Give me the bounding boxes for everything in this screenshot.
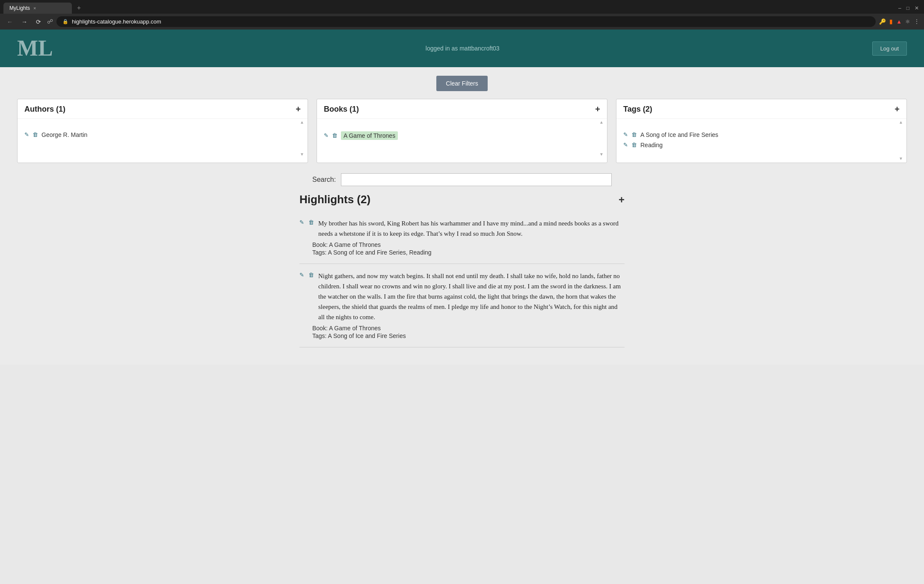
books-add-button[interactable]: + (595, 104, 600, 114)
tag-name: Reading (640, 142, 663, 148)
tags-scroll-down[interactable]: ▼ (616, 155, 906, 163)
browser-toolbar: ← → ⟳ ☍ 🔒 highlights-catalogue.herokuapp… (0, 14, 924, 30)
books-panel-title: Books (1) (324, 105, 359, 114)
menu-icon[interactable]: ⋮ (914, 18, 920, 25)
tab-title: MyLights (9, 5, 30, 11)
highlight-item: ✎ 🗑 My brother has his sword, King Rober… (299, 211, 625, 264)
highlight-item: ✎ 🗑 Night gathers, and now my watch begi… (299, 264, 625, 347)
delete-icon[interactable]: 🗑 (33, 131, 38, 138)
highlights-header: Highlights (2) + (299, 193, 625, 206)
clear-filters-button[interactable]: Clear Filters (436, 76, 487, 91)
edit-icon[interactable]: ✎ (299, 219, 304, 226)
authors-scroll-down[interactable]: ▼ (18, 151, 308, 158)
books-panel-header: Books (1) + (317, 99, 607, 119)
filter-item: ✎ 🗑 George R. Martin (24, 130, 301, 140)
url-text: highlights-catalogue.herokuapp.com (72, 18, 161, 25)
authors-panel-title: Authors (1) (24, 105, 65, 114)
bookmark-icon[interactable]: ☍ (47, 18, 53, 25)
address-bar[interactable]: 🔒 highlights-catalogue.herokuapp.com (56, 16, 876, 27)
tags-panel: Tags (2) + ▲ ✎ 🗑 A Song of Ice and Fire … (616, 99, 907, 163)
tags-scroll-up[interactable]: ▲ (616, 119, 906, 125)
edit-icon[interactable]: ✎ (324, 132, 329, 139)
tag-name: A Song of Ice and Fire Series (640, 131, 718, 138)
tab-close-button[interactable]: × (33, 6, 36, 11)
highlights-section: Highlights (2) + ✎ 🗑 My brother has his … (299, 193, 625, 347)
highlight-book: Book: A Game of Thrones (312, 325, 625, 332)
books-scroll-up[interactable]: ▲ (317, 119, 607, 125)
reload-button[interactable]: ⟳ (33, 17, 44, 27)
window-minimize[interactable]: – (898, 5, 905, 11)
book-name: A Game of Thrones (341, 131, 398, 140)
window-close[interactable]: ✕ (915, 5, 921, 11)
edit-icon[interactable]: ✎ (24, 131, 29, 138)
filter-item: ✎ 🗑 A Game of Thrones (324, 130, 600, 142)
filter-item: ✎ 🗑 A Song of Ice and Fire Series (623, 130, 900, 140)
tab-bar: MyLights × + – □ ✕ (0, 0, 924, 14)
tags-add-button[interactable]: + (894, 104, 900, 114)
author-name: George R. Martin (41, 131, 87, 138)
highlight-text: Night gathers, and now my watch begins. … (318, 271, 625, 322)
key-icon: 🔑 (879, 18, 886, 25)
search-label: Search: (312, 176, 336, 184)
edit-icon[interactable]: ✎ (299, 272, 304, 279)
delete-icon[interactable]: 🗑 (332, 132, 338, 139)
highlight-tags: Tags: A Song of Ice and Fire Series, Rea… (312, 249, 625, 256)
delete-icon[interactable]: 🗑 (308, 272, 314, 279)
delete-icon[interactable]: 🗑 (308, 219, 314, 226)
authors-add-button[interactable]: + (296, 104, 301, 114)
authors-panel-header: Authors (1) + (18, 99, 308, 119)
edit-icon[interactable]: ✎ (623, 131, 628, 138)
highlight-tags: Tags: A Song of Ice and Fire Series (312, 332, 625, 339)
books-scroll-down[interactable]: ▼ (317, 151, 607, 158)
highlight-book: Book: A Game of Thrones (312, 241, 625, 248)
books-panel-body: ✎ 🗑 A Game of Thrones (317, 125, 607, 151)
tags-panel-body: ✎ 🗑 A Song of Ice and Fire Series ✎ 🗑 Re… (616, 125, 906, 155)
app-header: ML logged in as mattbancroft03 Log out (0, 30, 924, 67)
main-content: Clear Filters Authors (1) + ▲ ✎ 🗑 George… (0, 67, 924, 365)
browser-chrome: MyLights × + – □ ✕ ← → ⟳ ☍ 🔒 highlights-… (0, 0, 924, 30)
window-maximize[interactable]: □ (906, 5, 913, 11)
new-tab-button[interactable]: + (74, 3, 84, 14)
highlight-meta: Book: A Game of Thrones Tags: A Song of … (312, 241, 625, 256)
authors-panel-body: ✎ 🗑 George R. Martin (18, 125, 308, 151)
logged-in-text: logged in as mattbancroft03 (426, 45, 500, 52)
highlight-item-actions: ✎ 🗑 Night gathers, and now my watch begi… (299, 271, 625, 322)
extensions-icon[interactable]: ⚛ (905, 18, 910, 25)
toolbar-right: 🔑 ▮ ▲ ⚛ ⋮ (879, 18, 920, 25)
delete-icon[interactable]: 🗑 (631, 131, 637, 138)
search-input[interactable] (341, 173, 612, 186)
brave-shield-icon[interactable]: ▮ (889, 18, 893, 25)
forward-button[interactable]: → (19, 17, 30, 27)
filter-panels: Authors (1) + ▲ ✎ 🗑 George R. Martin ▼ B… (17, 99, 907, 163)
highlights-add-button[interactable]: + (619, 194, 625, 206)
back-button[interactable]: ← (4, 17, 15, 27)
logout-button[interactable]: Log out (872, 42, 907, 56)
lock-icon: 🔒 (62, 19, 68, 24)
clear-filters-wrapper: Clear Filters (17, 76, 907, 91)
highlights-title: Highlights (2) (299, 193, 370, 206)
active-tab[interactable]: MyLights × (3, 3, 72, 14)
books-panel: Books (1) + ▲ ✎ 🗑 A Game of Thrones ▼ (317, 99, 607, 163)
highlight-meta: Book: A Game of Thrones Tags: A Song of … (312, 325, 625, 339)
warning-icon: ▲ (896, 18, 902, 25)
highlight-text: My brother has his sword, King Robert ha… (318, 218, 625, 239)
app-logo: ML (17, 37, 53, 59)
tags-panel-header: Tags (2) + (616, 99, 906, 119)
authors-panel: Authors (1) + ▲ ✎ 🗑 George R. Martin ▼ (17, 99, 308, 163)
filter-item: ✎ 🗑 Reading (623, 140, 900, 150)
authors-scroll-up[interactable]: ▲ (18, 119, 308, 125)
search-row: Search: (312, 173, 612, 186)
edit-icon[interactable]: ✎ (623, 142, 628, 148)
highlight-item-actions: ✎ 🗑 My brother has his sword, King Rober… (299, 218, 625, 239)
delete-icon[interactable]: 🗑 (631, 142, 637, 148)
tags-panel-title: Tags (2) (623, 105, 652, 114)
